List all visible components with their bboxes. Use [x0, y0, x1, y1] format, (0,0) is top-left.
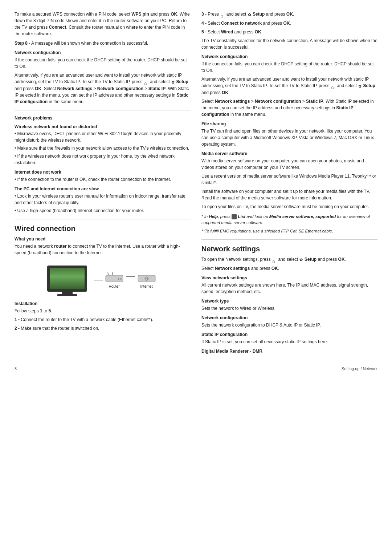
static-ip-heading: Static IP configuration	[201, 332, 377, 337]
conn-line-1	[94, 280, 103, 280]
step-4: 4 - Select Connect to network and press …	[201, 20, 377, 27]
divider-right-1	[201, 239, 377, 240]
wireless-bullet-2: • Make sure that the firewalls in your n…	[15, 145, 191, 151]
cable-router-internet	[126, 276, 135, 281]
ns-select-para: Select Network settings and press OK.	[201, 265, 377, 272]
dmr-heading: Digital Media Renderer - DMR	[201, 349, 377, 354]
svg-point-3	[118, 278, 119, 280]
router-svg	[105, 272, 124, 283]
svg-line-1	[108, 272, 109, 275]
view-network-para: All current network settings are shown h…	[201, 282, 377, 295]
steps-3-5-section: 3 - Press and select Setup and press OK.…	[201, 11, 377, 50]
wireless-heading: Wireless network not found or distorted	[15, 124, 191, 129]
right-column: 3 - Press and select Setup and press OK.…	[201, 11, 377, 357]
wireless-section: Wireless network not found or distorted …	[15, 124, 191, 166]
footnote-2: **To fulfill EMC regulations, use a shie…	[201, 228, 377, 234]
wps-pin-bold: WPS pin	[131, 12, 149, 17]
router-shape	[105, 272, 124, 283]
svg-point-4	[120, 278, 122, 280]
wireless-bullet-1: • Microwave ovens, DECT phones or other …	[15, 130, 191, 143]
network-problems-section: Network problems Wireless network not fo…	[15, 116, 191, 214]
wireless-bullet-3: • If the wireless network does not work …	[15, 153, 191, 166]
conn-line-2	[126, 276, 135, 277]
intro-para: To make a secured WPS connection with a …	[15, 11, 191, 37]
network-config-section-left: Network configuration If the connection …	[15, 50, 191, 105]
tv-base	[57, 294, 77, 296]
step-5-note: The TV constantly searches for the netwo…	[201, 37, 377, 50]
nc-p1-left: If the connection fails, you can check t…	[15, 57, 191, 70]
step8: Step 8 - A message will be shown when th…	[15, 40, 191, 46]
wired-connection-section: Wired connection What you need You need …	[15, 224, 191, 332]
step-3: 3 - Press and select Setup and press OK.	[201, 11, 377, 18]
media-server-p1: With media server software on your compu…	[201, 158, 377, 171]
network-config-section-right: Network configuration If the connection …	[201, 54, 377, 118]
installation-section: Installation Follow steps 1 to 5. 1 - Co…	[15, 301, 191, 332]
internet-shape	[137, 272, 156, 283]
footnote-1: * In Help, press List and look up Media …	[201, 214, 377, 226]
network-type-section: Network type Sets the network to Wired o…	[201, 299, 377, 312]
internet-box: Internet	[137, 272, 156, 288]
network-config-heading-left: Network configuration	[15, 50, 191, 55]
media-server-heading: Media server software	[201, 151, 377, 156]
ok-bold-1: OK	[171, 12, 177, 17]
svg-line-2	[112, 272, 113, 275]
network-config2-section: Network configuration Sets the network c…	[201, 315, 377, 328]
diagram-row: Router	[47, 266, 158, 292]
network-config-heading-right: Network configuration	[201, 54, 377, 59]
list-icon	[232, 214, 237, 219]
static-ip-para: If Static IP is set, you can set all nec…	[201, 339, 377, 345]
media-server-p2: Use a recent version of media server sof…	[201, 173, 377, 186]
wired-connection-heading: Wired connection	[15, 224, 191, 233]
nc-p3-right: Select Network settings > Network config…	[201, 98, 377, 118]
network-problems-heading: Network problems	[15, 116, 191, 121]
internet-heading: Internet does not work	[15, 170, 191, 175]
connect-bold: Connect	[49, 25, 66, 30]
network-type-para: Sets the network to Wired or Wireless.	[201, 305, 377, 312]
divider-1	[15, 110, 191, 110]
tv-screen	[50, 268, 85, 289]
internet-label: Internet	[140, 284, 153, 288]
internet-bullet: • If the connection to the router is OK,…	[15, 176, 191, 183]
view-network-heading: View network settings	[201, 275, 377, 280]
wired-diagram: Router	[15, 262, 191, 295]
tv-shape	[47, 266, 87, 292]
media-server-p4: To open your files on TV, the media serv…	[201, 203, 377, 210]
page-number: 8	[15, 366, 17, 371]
router-box: Router	[105, 272, 124, 288]
media-server-section: Media server software With media server …	[201, 151, 377, 210]
internet-section: Internet does not work • If the connecti…	[15, 170, 191, 183]
nc-p2-left: Alternatively, if you are an advanced us…	[15, 72, 191, 105]
network-settings-section: Network settings To open the Network set…	[201, 245, 377, 354]
file-sharing-para: The TV can find and open files on other …	[201, 128, 377, 147]
file-sharing-heading: File sharing	[201, 121, 377, 126]
network-config2-para: Sets the network configuration to DHCP &…	[201, 322, 377, 328]
what-you-need-section: What you need You need a network router …	[15, 236, 191, 256]
network-type-heading: Network type	[201, 299, 377, 304]
page-layout: To make a secured WPS connection with a …	[15, 11, 377, 357]
home-icon-left	[144, 80, 148, 84]
nc-p1-right: If the connection fails, you can check t…	[201, 61, 377, 74]
gear-icon-right	[358, 83, 362, 89]
internet-svg	[137, 272, 156, 283]
home-icon-step3	[220, 12, 225, 16]
home-icon-ns	[272, 258, 277, 262]
gear-icon-ns	[299, 256, 303, 263]
pc-section: The PC and Internet connection are slow …	[15, 186, 191, 214]
install-step-2: 2 - Make sure that the router is switche…	[15, 325, 191, 332]
install-step-1: 1 - Connect the router to the TV with a …	[15, 316, 191, 323]
static-ip-section: Static IP configuration If Static IP is …	[201, 332, 377, 345]
step-5: 5 - Select Wired and press OK.	[201, 29, 377, 35]
what-you-need-heading: What you need	[15, 236, 191, 242]
divider-2	[15, 219, 191, 219]
media-server-p3: Install the software on your computer an…	[201, 188, 377, 201]
page-footer: 8 Setting up / Network	[15, 364, 377, 371]
tv-screen-img	[50, 268, 85, 289]
pc-heading: The PC and Internet connection are slow	[15, 186, 191, 191]
pc-bullet-2: • Use a high-speed (broadband) Internet …	[15, 207, 191, 214]
section-label: Setting up / Network	[342, 366, 377, 371]
view-network-settings: View network settings All current networ…	[201, 275, 377, 295]
dmr-section: Digital Media Renderer - DMR	[201, 349, 377, 354]
pc-bullet-1: • Look in your wireless router's user ma…	[15, 193, 191, 206]
nc-p2-right: Alternatively, if you are an advanced us…	[201, 76, 377, 96]
gear-icon-left	[171, 79, 175, 85]
